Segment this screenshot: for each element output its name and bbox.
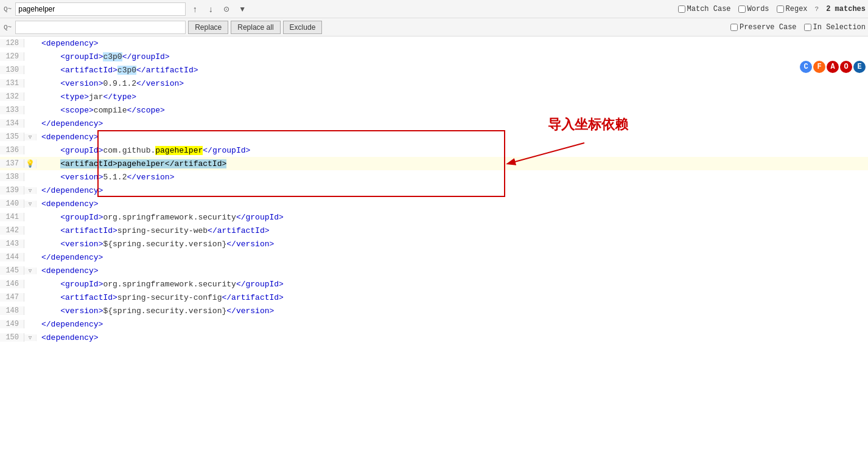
line-content: <dependency> xyxy=(37,39,868,48)
line-number: 133 xyxy=(0,106,24,114)
table-row: 136 <groupId>com.github.pagehelper</grou… xyxy=(0,144,868,157)
words-option[interactable]: Words xyxy=(738,5,769,13)
table-row: 144 </dependency> xyxy=(0,251,868,264)
line-number: 130 xyxy=(0,66,24,74)
line-content: <scope>compile</scope> xyxy=(37,106,868,115)
table-row: 150 ▽ <dependency> xyxy=(0,331,868,344)
match-case-label: Match Case xyxy=(687,5,731,13)
line-content: <artifactId>spring-security-config</arti… xyxy=(37,293,868,302)
line-number: 144 xyxy=(0,253,24,261)
line-content: </dependency> xyxy=(37,186,868,195)
line-content: <artifactId>spring-security-web</artifac… xyxy=(37,226,868,235)
line-number: 129 xyxy=(0,52,24,61)
table-row: 140 ▽ <dependency> xyxy=(0,197,868,210)
line-content: <dependency> xyxy=(37,199,868,209)
table-row: 135 ▽ <dependency> xyxy=(0,130,868,144)
fold-icon: ▽ xyxy=(29,134,32,140)
opera2-icon[interactable]: O xyxy=(840,61,852,73)
table-row: 129 <groupId>c3p0</groupId> xyxy=(0,50,868,63)
line-content: </dependency> xyxy=(37,119,868,128)
editor: 128 <dependency> 129 <groupId>c3p0</grou… xyxy=(0,36,868,344)
line-gutter: ▽ xyxy=(24,268,37,274)
table-row: 132 <type>jar</type> xyxy=(0,90,868,103)
search-nav-up[interactable]: ↑ xyxy=(188,2,201,16)
line-number: 143 xyxy=(0,240,24,248)
replace-all-button[interactable]: Replace all xyxy=(231,21,280,34)
in-selection-checkbox[interactable] xyxy=(804,24,811,31)
fold-icon: ▽ xyxy=(29,187,32,194)
line-content: <version>${spring.security.version}</ver… xyxy=(37,306,868,316)
regex-label: Regex xyxy=(786,5,808,13)
replace-input[interactable] xyxy=(15,21,186,34)
line-number: 128 xyxy=(0,39,24,47)
exclude-button[interactable]: Exclude xyxy=(283,21,323,34)
table-row: 131 <version>0.9.1.2</version> xyxy=(0,77,868,90)
replace-icon: Q~ xyxy=(2,24,13,31)
line-content: <groupId>org.springframework.security</g… xyxy=(37,213,868,222)
line-content: <groupId>c3p0</groupId> xyxy=(37,52,868,61)
line-content: <artifactId>c3p0</artifactId> xyxy=(37,66,868,75)
line-content: <artifactId>pagehelper</artifactId> xyxy=(37,159,868,168)
table-row: 146 <groupId>org.springframework.securit… xyxy=(0,277,868,291)
line-number: 132 xyxy=(0,92,24,101)
help-icon[interactable]: ? xyxy=(815,5,819,13)
search-options: Match Case Words Regex ? xyxy=(678,5,819,13)
search-history-icon[interactable]: ⊙ xyxy=(220,2,233,16)
table-row: 138 <version>5.1.2</version> xyxy=(0,170,868,184)
regex-checkbox[interactable] xyxy=(777,5,784,13)
line-content: <dependency> xyxy=(37,133,868,142)
line-number: 149 xyxy=(0,320,24,328)
line-number: 146 xyxy=(0,280,24,288)
firefox-icon[interactable]: F xyxy=(813,61,825,73)
line-number: 142 xyxy=(0,226,24,235)
regex-option[interactable]: Regex xyxy=(777,5,808,13)
match-case-checkbox[interactable] xyxy=(678,5,685,13)
line-number: 136 xyxy=(0,146,24,154)
opera-icon[interactable]: A xyxy=(827,61,839,73)
line-number: 137 xyxy=(0,159,24,168)
line-content: </dependency> xyxy=(37,320,868,329)
line-content: <groupId>org.springframework.security</g… xyxy=(37,280,868,289)
line-content: <version>${spring.security.version}</ver… xyxy=(37,240,868,249)
line-number: 134 xyxy=(0,119,24,128)
line-number: 148 xyxy=(0,306,24,315)
chrome-icon[interactable]: C xyxy=(800,61,812,73)
line-content: <dependency> xyxy=(37,266,868,275)
fold-icon: ▽ xyxy=(29,334,32,341)
table-row: 149 </dependency> xyxy=(0,317,868,331)
words-checkbox[interactable] xyxy=(738,5,746,13)
table-row: 147 <artifactId>spring-security-config</… xyxy=(0,291,868,304)
line-number: 141 xyxy=(0,213,24,221)
table-row: 134 </dependency> xyxy=(0,117,868,130)
table-row: 137 💡 <artifactId>pagehelper</artifactId… xyxy=(0,157,868,170)
preserve-case-checkbox[interactable] xyxy=(730,24,738,31)
line-content: <type>jar</type> xyxy=(37,92,868,102)
search-icon: Q~ xyxy=(2,5,13,13)
replace-button[interactable]: Replace xyxy=(188,21,228,34)
preserve-case-option[interactable]: Preserve Case xyxy=(730,23,797,32)
search-input[interactable] xyxy=(15,2,186,16)
search-nav-down[interactable]: ↓ xyxy=(204,2,217,16)
table-row: 130 <artifactId>c3p0</artifactId> xyxy=(0,63,868,77)
line-gutter: ▽ xyxy=(24,187,37,194)
bulb-icon: 💡 xyxy=(26,159,35,168)
table-row: 128 <dependency> xyxy=(0,36,868,50)
line-content: <version>0.9.1.2</version> xyxy=(37,79,868,88)
line-gutter: ▽ xyxy=(24,134,37,140)
match-case-option[interactable]: Match Case xyxy=(678,5,731,13)
line-number: 139 xyxy=(0,186,24,195)
replace-options: Preserve Case In Selection xyxy=(730,23,866,32)
preserve-case-label: Preserve Case xyxy=(740,23,797,32)
line-number: 145 xyxy=(0,266,24,275)
line-content: <version>5.1.2</version> xyxy=(37,173,868,182)
line-gutter: ▽ xyxy=(24,201,37,207)
fold-icon: ▽ xyxy=(29,268,32,274)
in-selection-label: In Selection xyxy=(813,23,866,32)
table-row: 145 ▽ <dependency> xyxy=(0,264,868,277)
search-filter-icon[interactable]: ▼ xyxy=(236,2,249,16)
line-gutter: ▽ xyxy=(24,334,37,341)
line-number: 135 xyxy=(0,133,24,141)
ie-icon[interactable]: E xyxy=(853,61,866,73)
in-selection-option[interactable]: In Selection xyxy=(804,23,866,32)
line-number: 140 xyxy=(0,199,24,208)
